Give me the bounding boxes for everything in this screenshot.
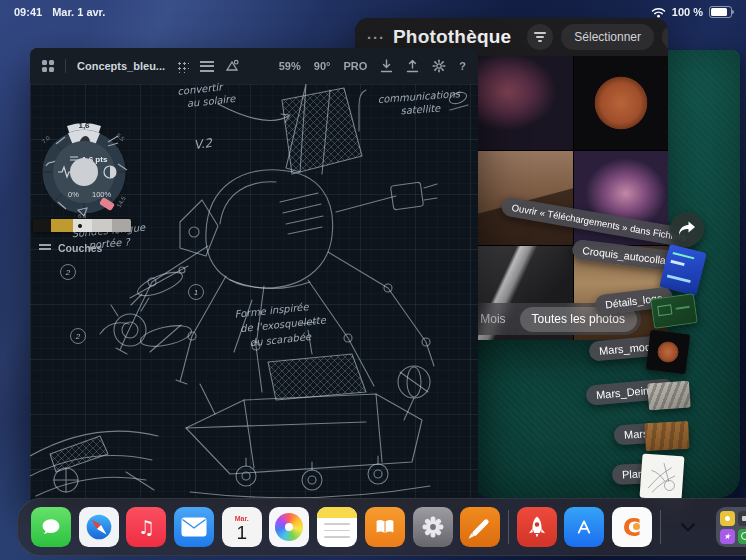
pen-icon [471, 518, 489, 536]
forward-arrow-icon [678, 221, 696, 237]
app-rocket[interactable] [517, 507, 557, 547]
color-swatch-bar[interactable] [33, 219, 131, 232]
app-library-mini-icons: ★ [720, 511, 746, 544]
battery-icon [709, 6, 732, 18]
plan-sketch-lines [640, 454, 685, 501]
app-c-orange[interactable]: C [612, 507, 652, 547]
sketch-wing-study [30, 431, 158, 496]
app-books[interactable] [365, 507, 405, 547]
swatch-dark-gray[interactable] [112, 219, 131, 232]
menu-icon[interactable] [200, 61, 214, 72]
appstore-a-icon [570, 513, 598, 541]
import-icon[interactable] [380, 59, 393, 73]
dock-divider [508, 510, 509, 544]
document-title[interactable]: Concepts_bleu... [77, 60, 165, 72]
opacity-max-label: 100% [92, 190, 112, 199]
annotation-number-2b: 2 [70, 328, 86, 344]
layers-button[interactable]: Couches [39, 242, 102, 254]
app-appstore[interactable] [564, 507, 604, 547]
ipad-screen: ··· Photothèque Sélectionner Mois Toutes… [0, 0, 746, 560]
thumbnail-plan[interactable] [640, 454, 685, 501]
svg-text:5.5: 5.5 [115, 132, 126, 142]
settings-gear-large-icon [417, 511, 449, 543]
calendar-day: 1 [236, 523, 247, 543]
filter-icon [534, 32, 546, 42]
drawing-canvas[interactable]: convertir au solaire communications sate… [30, 84, 478, 505]
safari-compass-icon [82, 510, 116, 544]
shape-guide-icon[interactable] [225, 59, 239, 73]
annotation-number-1: 1 [188, 284, 204, 300]
annotation-number-2: 2 [60, 264, 76, 280]
annotation-beetle-form: Forme inspirée de l'exosquelette du scar… [234, 297, 328, 351]
thumbnail-mars-deimos[interactable] [647, 381, 691, 411]
selected-size-tab: 1,6 [78, 121, 90, 130]
messages-bubble-icon [38, 514, 64, 540]
share-button[interactable] [670, 212, 704, 246]
opacity-min-label: 0% [68, 190, 79, 199]
app-library[interactable]: ★ [716, 507, 746, 547]
svg-text:7.0: 7.0 [41, 134, 52, 144]
more-options-icon[interactable]: ··· [367, 29, 385, 46]
photo-thumbnail-mars[interactable] [574, 56, 669, 150]
gallery-grid-icon[interactable] [42, 60, 54, 72]
app-mail[interactable] [174, 507, 214, 547]
filter-button[interactable] [527, 24, 553, 50]
photo-thumbnail-mars-surface[interactable] [478, 151, 573, 245]
chevron-down-icon [675, 514, 701, 540]
battery-percent: 100 % [672, 6, 703, 18]
zoom-level[interactable]: 59% [279, 60, 301, 72]
status-bar: 09:41 Mar. 1 avr. 100 % [0, 0, 746, 22]
sketch-probe-studies [100, 266, 193, 352]
app-music[interactable]: ♫ [126, 507, 166, 547]
photos-title: Photothèque [393, 26, 511, 48]
select-button[interactable]: Sélectionner [561, 24, 654, 50]
notes-yellow-strip [317, 507, 357, 518]
thumbnail-mars-modele[interactable] [646, 330, 691, 375]
precision-grid-icon[interactable] [176, 60, 189, 73]
rotation-value[interactable]: 90° [314, 60, 331, 72]
status-date: Mar. 1 avr. [52, 6, 105, 18]
help-button[interactable]: ? [459, 60, 466, 72]
app-safari[interactable] [79, 507, 119, 547]
settings-gear-icon[interactable] [432, 59, 446, 73]
swatch-gray[interactable] [92, 219, 112, 232]
tool-wheel[interactable]: 1,6 7.0 5.5 14.5 6.0 [34, 114, 134, 220]
dock-collapse-button[interactable] [668, 507, 708, 547]
drawing-toolbar: Concepts_bleu... 59% 90° PRO [30, 48, 478, 85]
swatch-gold[interactable] [51, 219, 73, 232]
dock-divider-2 [660, 510, 661, 544]
wifi-icon [651, 7, 666, 18]
app-settings[interactable] [413, 507, 453, 547]
toolbar-divider [65, 59, 66, 73]
app-concepts-pen[interactable] [460, 507, 500, 547]
layers-icon [39, 244, 51, 253]
thumbnail-details-logo[interactable] [650, 293, 698, 329]
swatch-light-gray-selected[interactable] [73, 219, 92, 232]
clock: 09:41 [14, 6, 42, 18]
mail-envelope-icon [181, 517, 207, 537]
app-messages[interactable] [31, 507, 71, 547]
export-icon[interactable] [406, 59, 419, 73]
books-open-book-icon [371, 513, 399, 541]
pro-badge[interactable]: PRO [343, 60, 367, 72]
sketch-rover [186, 322, 430, 498]
layers-label: Couches [58, 242, 102, 254]
dock: ♫ Mar. 1 [17, 498, 746, 556]
swatch-black[interactable] [33, 219, 51, 232]
photo-thumbnail-horsehead-nebula[interactable] [478, 56, 573, 150]
app-photos[interactable] [269, 507, 309, 547]
thumbnail-mars[interactable] [644, 421, 689, 451]
photos-flower-icon [275, 513, 303, 541]
drawing-app-window: Concepts_bleu... 59% 90° PRO [30, 48, 478, 505]
app-notes[interactable] [317, 507, 357, 547]
annotation-version: V.2 [193, 137, 213, 152]
app-calendar[interactable]: Mar. 1 [222, 507, 262, 547]
rocket-icon [523, 513, 551, 541]
music-note-icon: ♫ [138, 516, 155, 538]
search-button[interactable] [662, 24, 668, 50]
